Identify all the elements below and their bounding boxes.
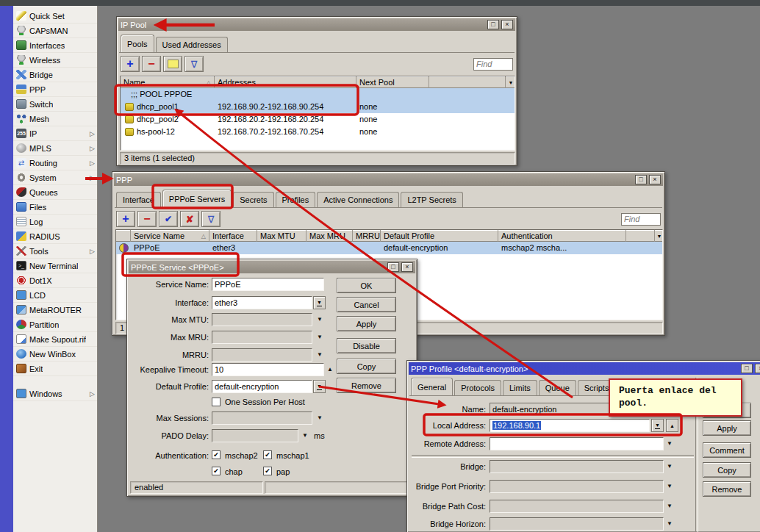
sidebar-item-partition[interactable]: Partition	[13, 317, 97, 332]
table-row-dhcp-pool1[interactable]: dhcp_pool1 192.168.90.2-192.168.90.254 n…	[121, 101, 515, 113]
chap-checkbox[interactable]: ✔	[212, 467, 221, 475]
close-icon[interactable]: ×	[755, 364, 760, 373]
sidebar-item-radius[interactable]: RADIUS	[13, 229, 97, 244]
table-row-dhcp-pool2[interactable]: dhcp_pool2 192.168.20.2-192.168.20.254 n…	[121, 113, 515, 126]
sidebar-item-new-terminal[interactable]: New Terminal	[13, 259, 97, 273]
tab-pools[interactable]: Pools	[121, 35, 154, 52]
add-button[interactable]: +	[116, 211, 135, 227]
one-session-checkbox[interactable]	[212, 398, 221, 406]
table-row-pppoe-service[interactable]: PPPoE ether3 default-encryption mschap2 …	[116, 242, 662, 254]
tab-protocols[interactable]: Protocols	[454, 380, 501, 395]
ok-button[interactable]: OK	[337, 278, 396, 293]
table-row-comment[interactable]: ;;; POOL PPPOE	[121, 88, 515, 101]
apply-button[interactable]: Apply	[337, 316, 396, 331]
find-input[interactable]	[621, 213, 661, 226]
bridge-port-priority-dropdown-icon[interactable]: ▼	[667, 480, 673, 493]
pado-delay-field[interactable]	[212, 429, 298, 442]
local-address-dropdown-icon[interactable]: ▼	[651, 419, 664, 432]
column-chooser-icon[interactable]: ▼	[506, 76, 515, 88]
mschap1-checkbox[interactable]: ✔	[263, 450, 272, 459]
disable-button[interactable]: ✘	[180, 211, 199, 227]
close-icon[interactable]: ×	[501, 20, 513, 29]
sidebar-item-lcd[interactable]: LCD	[13, 288, 97, 303]
bridge-port-priority-field[interactable]	[490, 480, 664, 493]
interface-dropdown-icon[interactable]: ▼	[313, 296, 326, 309]
find-input[interactable]	[473, 58, 513, 71]
mrru-dropdown-icon[interactable]: ▼	[317, 348, 323, 362]
max-sessions-field[interactable]	[212, 411, 312, 425]
tab-used-addresses[interactable]: Used Addresses	[156, 37, 228, 52]
sidebar-item-tools[interactable]: Tools▷	[13, 244, 97, 259]
filter-button[interactable]: ∇	[184, 56, 204, 72]
tab-active-connections[interactable]: Active Connections	[317, 192, 399, 207]
service-name-field[interactable]: PPPoE	[212, 278, 324, 291]
column-header-authentication[interactable]: Authentication	[498, 230, 626, 242]
column-header-addresses[interactable]: Addresses	[215, 76, 356, 88]
max-mtu-dropdown-icon[interactable]: ▼	[317, 313, 323, 326]
column-header-service-name[interactable]: Service Name△	[131, 230, 209, 242]
column-chooser-icon[interactable]: ▼	[655, 230, 663, 242]
tab-l2tp-secrets[interactable]: L2TP Secrets	[401, 192, 462, 207]
pppoe-service-titlebar[interactable]: PPPoE Service <PPPoE> □ ×	[129, 261, 415, 273]
ppp-titlebar[interactable]: PPP □ ×	[114, 173, 663, 186]
tab-secrets[interactable]: Secrets	[233, 192, 273, 207]
sidebar-item-interfaces[interactable]: Interfaces	[13, 38, 97, 53]
maximize-icon[interactable]: □	[387, 262, 399, 272]
enable-button[interactable]: ✔	[159, 211, 178, 227]
max-mru-dropdown-icon[interactable]: ▼	[317, 331, 323, 344]
bridge-horizon-dropdown-icon[interactable]: ▼	[667, 517, 673, 531]
maximize-icon[interactable]: □	[741, 364, 753, 373]
ip-pool-titlebar[interactable]: IP Pool □ ×	[118, 18, 515, 31]
sidebar-item-mesh[interactable]: Mesh	[13, 112, 97, 126]
remote-address-dropdown-icon[interactable]: ▼	[667, 437, 673, 450]
sidebar-item-log[interactable]: Log	[13, 215, 97, 229]
sidebar-item-metarouter[interactable]: MetaROUTER	[13, 303, 97, 317]
max-mtu-field[interactable]	[212, 313, 312, 326]
add-button[interactable]: +	[121, 56, 140, 72]
bridge-dropdown-icon[interactable]: ▼	[667, 460, 673, 473]
max-mru-field[interactable]	[212, 331, 312, 344]
keepalive-timeout-field[interactable]: 10	[212, 363, 324, 376]
interface-field[interactable]: ether3	[212, 296, 312, 309]
bridge-horizon-field[interactable]	[490, 517, 664, 531]
sidebar-item-bridge[interactable]: Bridge	[13, 68, 97, 82]
sidebar-item-switch[interactable]: Switch	[13, 97, 97, 112]
maximize-icon[interactable]: □	[635, 175, 647, 184]
cancel-button[interactable]: Cancel	[337, 297, 396, 312]
sidebar-item-ppp[interactable]: PPP	[13, 82, 97, 97]
remote-address-field[interactable]	[490, 437, 664, 450]
table-row-hs-pool-12[interactable]: hs-pool-12 192.168.70.2-192.168.70.254 n…	[121, 126, 515, 138]
bridge-path-cost-field[interactable]	[490, 500, 664, 513]
remove-button[interactable]: −	[137, 211, 157, 227]
column-header-interface[interactable]: Interface	[209, 230, 257, 242]
tab-interface[interactable]: Interface	[116, 192, 161, 207]
local-address-field[interactable]: 192.168.90.1	[490, 419, 650, 432]
pap-checkbox[interactable]: ✔	[263, 467, 272, 475]
copy-button[interactable]: Copy	[337, 359, 396, 374]
comment-button[interactable]	[163, 56, 182, 72]
sidebar-item-routing[interactable]: Routing▷	[13, 156, 97, 170]
column-header-name[interactable]: Name△	[121, 76, 215, 88]
keepalive-up-icon[interactable]: ▲	[327, 363, 333, 376]
filter-button[interactable]: ∇	[201, 211, 221, 227]
sidebar-item-quick-set[interactable]: Quick Set	[13, 9, 97, 24]
local-address-up-icon[interactable]: ▲	[666, 419, 678, 432]
remove-button[interactable]: −	[142, 56, 161, 72]
tab-profiles[interactable]: Profiles	[276, 192, 316, 207]
sidebar-item-windows[interactable]: Windows▷	[13, 387, 97, 401]
pado-delay-dropdown-icon[interactable]: ▼	[302, 429, 308, 442]
tab-general[interactable]: General	[411, 378, 453, 395]
sidebar-item-system[interactable]: System▷	[13, 170, 97, 185]
sidebar-item-make-supout[interactable]: Make Supout.rif	[13, 332, 97, 347]
maximize-icon[interactable]: □	[487, 20, 499, 29]
mschap2-checkbox[interactable]: ✔	[212, 450, 221, 459]
sidebar-item-files[interactable]: Files	[13, 200, 97, 215]
bridge-field[interactable]	[490, 460, 664, 473]
sidebar-item-queues[interactable]: Queues	[13, 185, 97, 200]
sidebar-item-ip[interactable]: IP▷	[13, 126, 97, 141]
close-icon[interactable]: ×	[649, 175, 661, 184]
close-icon[interactable]: ×	[401, 262, 413, 272]
column-header-default-profile[interactable]: Default Profile	[381, 230, 498, 242]
sidebar-item-new-winbox[interactable]: New WinBox	[13, 347, 97, 362]
sidebar-item-capsman[interactable]: CAPsMAN	[13, 24, 97, 38]
